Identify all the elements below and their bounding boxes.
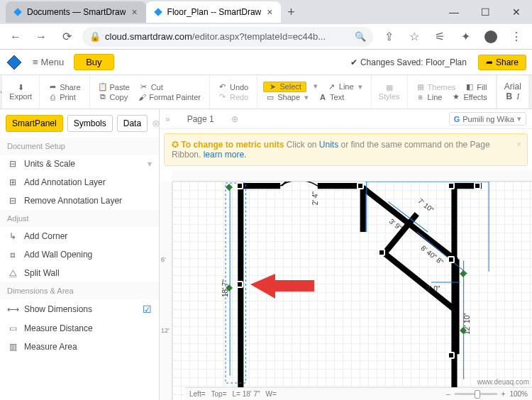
page-tab[interactable]: Page 1	[177, 114, 224, 124]
redo-button[interactable]: ↷Redo	[216, 92, 251, 102]
shape-tool-button[interactable]: ▭Shape▾	[263, 92, 311, 103]
profile-avatar[interactable]	[481, 27, 501, 47]
styles-button[interactable]: Styles	[379, 92, 400, 101]
extension-icon-1[interactable]: ⚟	[430, 27, 450, 47]
search-icon[interactable]: 🔍	[355, 31, 366, 42]
banner-close-icon[interactable]: ×	[516, 140, 521, 150]
checkbox-checked-icon[interactable]: ☑	[143, 304, 152, 315]
new-tab-button[interactable]: +	[281, 2, 301, 22]
italic-button[interactable]: I	[516, 91, 519, 102]
hamburger-icon: ≡	[33, 57, 38, 67]
wall-handle[interactable]	[378, 249, 385, 256]
tab-data[interactable]: Data	[117, 115, 148, 132]
select-tool-button[interactable]: ➤Select	[263, 82, 306, 92]
corner-icon: ↳	[7, 231, 18, 241]
menu-button[interactable]: ≡Menu	[27, 54, 70, 70]
browser-tab-0[interactable]: Documents — SmartDraw ×	[6, 1, 146, 23]
wall-handle[interactable]	[448, 256, 455, 263]
maximize-button[interactable]: ☐	[470, 1, 501, 23]
cut-button[interactable]: ✂Cut	[137, 82, 166, 92]
sidebar-item-add-opening[interactable]: ⧈Add Wall Opening	[0, 245, 159, 264]
share-button[interactable]: ➦Share	[478, 55, 526, 70]
app-logo	[6, 54, 23, 71]
line-style-icon: ≡	[416, 93, 425, 101]
measure-icon: ▭	[7, 323, 18, 333]
sidebar-item-split-wall[interactable]: ⧋Split Wall	[0, 264, 159, 282]
font-select[interactable]: Arial	[504, 82, 521, 91]
tab-favicon	[13, 7, 23, 17]
extensions-icon[interactable]: ✦	[455, 27, 475, 47]
info-icon: ✪	[172, 140, 181, 150]
line-icon: ↗	[328, 82, 336, 91]
info-banner: ✪ To change to metric units Click on Uni…	[164, 133, 528, 166]
sidebar-item-units[interactable]: ⊟Units & Scale▾	[0, 155, 159, 173]
language-select[interactable]: G Pumili ng Wika▾	[449, 112, 526, 126]
close-window-button[interactable]: ✕	[501, 1, 532, 23]
copy-button[interactable]: ⧉Copy	[96, 92, 131, 102]
share-page-icon[interactable]: ⇪	[379, 27, 399, 47]
wall-handle[interactable]	[236, 281, 243, 288]
tab-title: Floor_Plan -- SmartDraw	[167, 7, 262, 17]
back-button[interactable]: ←	[6, 27, 26, 47]
buy-button[interactable]: Buy	[74, 54, 113, 70]
text-icon: A	[318, 93, 327, 101]
line-style-button[interactable]: ≡Line	[414, 92, 445, 102]
wall-handle[interactable]	[448, 352, 455, 359]
add-page-button[interactable]: ⊕	[231, 114, 238, 124]
line-tool-button[interactable]: ↗Line▾	[325, 82, 365, 92]
sidebar-item-remove-annotation[interactable]: ⊟Remove Annotation Layer	[0, 191, 159, 210]
learn-more-link[interactable]: learn more.	[204, 150, 247, 160]
themes-button[interactable]: ▦Themes	[414, 82, 459, 92]
address-bar[interactable]: 🔒 cloud.smartdraw.com/editor.aspx?templa…	[82, 27, 373, 47]
format-painter-button[interactable]: 🖌Format Painter	[135, 92, 204, 102]
google-icon: G	[454, 115, 460, 123]
wall-handle[interactable]	[448, 182, 455, 189]
print-icon: ⎙	[48, 93, 57, 101]
text-tool-button[interactable]: AText	[316, 92, 347, 103]
wall-handle[interactable]	[357, 182, 364, 189]
ruler-icon: ⊟	[7, 159, 18, 169]
shape-icon: ▭	[266, 93, 275, 101]
zoom-in-button[interactable]: +	[501, 390, 506, 398]
print-button[interactable]: ⎙Print	[45, 92, 83, 102]
export-icon: ⬇	[18, 83, 24, 92]
effects-button[interactable]: ★Effects	[449, 92, 489, 102]
redo-icon: ↷	[218, 93, 227, 101]
close-icon[interactable]: ×	[130, 6, 138, 18]
browser-tab-1[interactable]: Floor_Plan -- SmartDraw ×	[146, 1, 282, 23]
chrome-menu-icon[interactable]: ⋮	[506, 27, 526, 47]
forward-button[interactable]: →	[31, 27, 51, 47]
select-dropdown[interactable]: ▾	[311, 82, 321, 92]
share-icon: ➦	[486, 57, 493, 67]
sidebar-item-measure-distance[interactable]: ▭Measure Distance	[0, 319, 159, 338]
zoom-out-button[interactable]: –	[446, 390, 450, 398]
bold-button[interactable]: B	[506, 91, 512, 102]
ribbon-scroll-right[interactable]: ›	[528, 75, 532, 109]
units-link[interactable]: Units	[319, 140, 338, 150]
undo-button[interactable]: ↶Undo	[216, 82, 251, 92]
cut-icon: ✂	[140, 83, 148, 91]
collapse-pages-icon[interactable]: »	[165, 114, 170, 124]
sidebar-item-show-dims[interactable]: ⟷Show Dimensions☑	[0, 299, 159, 319]
save-status-text: Changes Saved: Floor_Plan	[360, 57, 467, 67]
tab-smartpanel[interactable]: SmartPanel	[6, 115, 63, 132]
export-button[interactable]: Export	[9, 92, 32, 101]
minimize-button[interactable]: —	[438, 1, 470, 23]
sidebar-item-add-corner[interactable]: ↳Add Corner	[0, 227, 159, 245]
canvas[interactable]: 6' 12'	[160, 170, 532, 400]
sidebar-item-measure-area[interactable]: ▥Measure Area	[0, 338, 159, 356]
bookmark-icon[interactable]: ☆	[404, 27, 424, 47]
fill-button[interactable]: ◧Fill	[462, 82, 489, 92]
share-ribbon-button[interactable]: ➦Share	[45, 82, 83, 92]
paste-button[interactable]: 📋Paste	[96, 82, 133, 92]
wall-handle[interactable]	[236, 182, 243, 189]
tab-symbols[interactable]: Symbols	[67, 115, 113, 132]
split-icon: ⧋	[7, 268, 18, 278]
cursor-icon: ➤	[268, 82, 277, 91]
sidebar-item-add-annotation[interactable]: ⊞Add Annotation Layer	[0, 173, 159, 191]
close-icon[interactable]: ×	[265, 6, 274, 18]
zoom-slider[interactable]	[455, 393, 497, 395]
red-arrow-annotation	[250, 270, 314, 306]
wall-handle[interactable]	[474, 182, 481, 189]
reload-button[interactable]: ⟳	[57, 27, 77, 47]
